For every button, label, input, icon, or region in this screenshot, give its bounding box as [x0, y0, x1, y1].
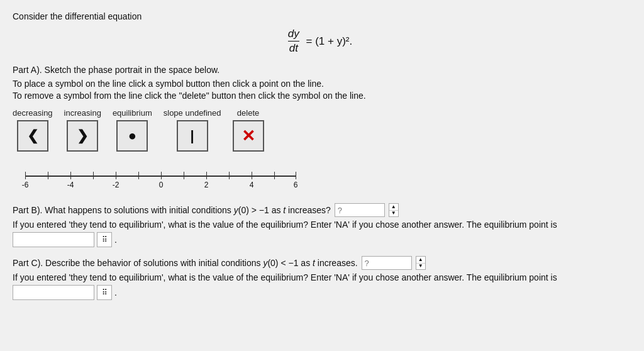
tick-labels: -6 -4 -2 0 2 4 6 — [25, 163, 296, 194]
equilibrium-button[interactable]: ● — [116, 120, 148, 152]
numerator: dy — [288, 28, 299, 42]
tick--1 — [138, 172, 139, 179]
tick-3 — [229, 172, 230, 179]
decreasing-button[interactable]: ❮ — [17, 120, 48, 152]
spinner-up-icon-c[interactable]: ▲ — [416, 257, 425, 264]
part-b-equilibrium-input[interactable] — [13, 232, 94, 247]
equilibrium-label: equilibrium — [113, 108, 152, 118]
tick--6 — [25, 172, 26, 179]
equilibrium-group: equilibrium ● — [113, 108, 152, 152]
part-c-dot: . — [114, 287, 117, 298]
increasing-label: increasing — [64, 108, 101, 118]
symbol-buttons-row: decreasing ❮ increasing ❯ equilibrium ● … — [13, 108, 631, 152]
part-c-followup: If you entered 'they tend to equilibrium… — [13, 272, 631, 282]
increasing-group: increasing ❯ — [64, 108, 101, 152]
part-a-label: Part A). Sketch the phase portrait in th… — [13, 65, 631, 75]
label-2: 2 — [204, 181, 209, 189]
delete-label: delete — [237, 108, 259, 118]
part-b-spinner[interactable]: ▲ ▼ — [389, 203, 399, 217]
decreasing-group: decreasing ❮ — [13, 108, 53, 152]
tick-2 — [206, 172, 207, 179]
part-c-eq-input-row: ⠿ . — [13, 285, 631, 300]
vertical-bar-icon: | — [191, 128, 194, 144]
rhs: = (1 + y)². — [306, 35, 353, 48]
part-c-question-row: Part C). Describe the behavior of soluti… — [13, 256, 631, 270]
label--4: -4 — [67, 181, 74, 189]
label-4: 4 — [250, 181, 254, 189]
increasing-button[interactable]: ❯ — [67, 120, 98, 152]
tick--3 — [93, 172, 94, 179]
instruction-1: To place a symbol on the line click a sy… — [13, 79, 631, 89]
tick-6 — [296, 172, 296, 179]
denominator: dt — [288, 42, 299, 55]
part-c-label: Part C). Describe the behavior of soluti… — [13, 258, 358, 268]
tick--4 — [70, 172, 71, 179]
part-b-grid-button[interactable]: ⠿ — [97, 232, 112, 247]
part-c-spinner[interactable]: ▲ ▼ — [416, 256, 426, 270]
slope-undefined-button[interactable]: | — [177, 120, 208, 152]
part-b-question-row: Part B). What happens to solutions with … — [13, 203, 631, 217]
label-0: 0 — [159, 181, 164, 189]
equation-display: dy dt = (1 + y)². — [13, 28, 631, 55]
label-6: 6 — [294, 181, 298, 189]
spinner-up-icon[interactable]: ▲ — [389, 204, 398, 211]
tick--2 — [116, 172, 116, 179]
part-b-followup: If you entered 'they tend to equilibrium… — [13, 220, 631, 230]
chevron-right-icon: ❯ — [77, 128, 88, 144]
part-b-answer-input[interactable] — [335, 203, 385, 217]
number-line-container[interactable]: -6 -4 -2 0 2 4 6 — [25, 163, 296, 194]
part-b-eq-input-row: ⠿ . — [13, 232, 631, 247]
decreasing-label: decreasing — [13, 108, 53, 118]
fraction: dy dt — [288, 28, 299, 55]
part-c-section: Part C). Describe the behavior of soluti… — [13, 256, 631, 300]
tick-1 — [184, 172, 184, 179]
spinner-down-icon[interactable]: ▼ — [389, 211, 398, 217]
spinner-down-icon-c[interactable]: ▼ — [416, 264, 425, 270]
delete-button[interactable]: ✕ — [233, 120, 264, 152]
tick--5 — [48, 172, 48, 179]
tick-0 — [161, 172, 162, 179]
dot-icon: ● — [128, 128, 136, 144]
part-b-section: Part B). What happens to solutions with … — [13, 203, 631, 247]
part-c-equilibrium-input[interactable] — [13, 285, 94, 300]
delete-group: delete ✕ — [233, 108, 264, 152]
slope-undefined-label: slope undefined — [164, 108, 221, 118]
instruction-2: To remove a symbol from the line click t… — [13, 91, 631, 101]
part-b-label: Part B). What happens to solutions with … — [13, 205, 331, 215]
part-c-grid-button[interactable]: ⠿ — [97, 285, 112, 300]
label--6: -6 — [22, 181, 29, 189]
intro-text: Consider the differential equation — [13, 11, 631, 21]
x-mark-icon: ✕ — [242, 126, 255, 146]
part-c-answer-input[interactable] — [362, 256, 412, 270]
part-b-dot: . — [114, 235, 117, 245]
label--2: -2 — [113, 181, 119, 189]
chevron-left-icon: ❮ — [27, 128, 38, 144]
tick-4 — [252, 172, 252, 179]
tick-5 — [274, 172, 275, 179]
slope-undefined-group: slope undefined | — [164, 108, 221, 152]
